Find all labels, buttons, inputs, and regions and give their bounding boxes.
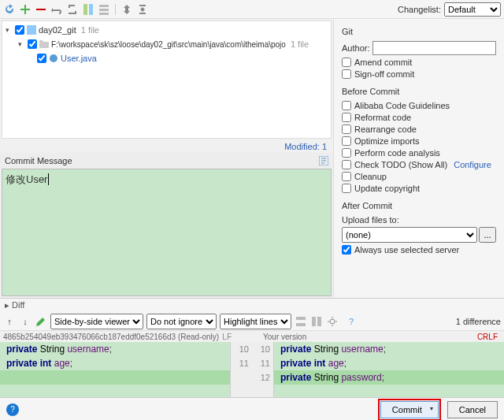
show-diff-icon[interactable] [82,3,94,16]
svg-rect-0 [36,9,46,10]
diff-right-pane[interactable]: private String username;private int age;… [274,342,504,397]
expand-icon[interactable] [120,3,133,16]
alibaba-checkbox[interactable] [342,101,351,110]
diff-hash: 4865b254049eb393476066cb187eddf0e52166d3… [3,333,219,341]
commit-message-label: Commit Message [5,156,72,165]
cancel-button[interactable]: Cancel [447,401,498,418]
module-icon [26,24,37,35]
svg-rect-10 [296,323,306,326]
svg-point-7 [50,54,57,62]
tree-count: 1 file [291,39,309,49]
diff-gutter: 1010111112 [230,342,274,397]
configure-link[interactable]: Configure [454,160,491,169]
refresh-icon[interactable] [3,3,16,16]
before-section: Before Commit [342,87,496,96]
toolbar-divider [115,4,116,15]
diff-ignore-select[interactable]: Do not ignore [146,314,217,329]
signoff-checkbox[interactable] [342,69,351,79]
tree-checkbox[interactable] [37,54,46,63]
collapse-unchanged-icon[interactable] [295,315,307,328]
file-tree[interactable]: ▾ day02_git 1 file ▾ F:\workspace\sk\sz\… [2,20,332,139]
svg-rect-6 [27,25,36,35]
chevron-down-icon[interactable]: ▾ [6,26,13,34]
commit-button[interactable]: Commit [380,401,439,418]
bottom-bar: ? Commit Cancel [0,397,504,420]
history-icon[interactable] [319,156,328,165]
tree-checkbox[interactable] [28,39,37,49]
tree-label: F:\workspace\sk\sz\loose\day02_git\src\m… [51,40,286,49]
svg-point-13 [330,319,335,324]
tree-label: User.java [61,54,97,63]
modified-count: Modified: 1 [0,140,333,153]
add-icon[interactable] [19,3,32,16]
line-ending-crlf: CRLF [477,333,501,341]
chevron-down-icon[interactable]: ▾ [18,40,26,48]
diff-toolbar: ↑ ↓ Side-by-side viewer Do not ignore Hi… [0,312,504,331]
commit-button-wrap: Commit [378,399,441,421]
todo-checkbox[interactable] [342,160,351,169]
edit-source-icon[interactable] [35,315,47,328]
svg-rect-12 [317,317,321,326]
diff-highlight-select[interactable]: Highlight lines [220,314,291,329]
svg-rect-3 [99,5,109,7]
author-label: Author: [342,43,369,53]
right-column: Git Author: Amend commit Sign-off commit… [334,19,504,298]
amend-label: Amend commit [354,58,412,67]
commit-message-input[interactable]: 修改User [2,169,332,296]
help-icon[interactable]: ? [6,403,19,416]
diff-count: 1 difference [456,317,501,326]
undo-icon[interactable] [66,3,79,16]
collapse-icon[interactable] [136,3,149,16]
copyright-checkbox[interactable] [342,184,351,193]
changelist-select[interactable]: Default [444,2,501,17]
line-ending-lf: LF [222,333,232,341]
diff-info-bar: 4865b254049eb393476066cb187eddf0e52166d3… [0,331,504,342]
tree-checkbox[interactable] [15,25,24,35]
tree-root[interactable]: ▾ day02_git 1 file [2,23,331,37]
svg-rect-1 [83,4,87,15]
rearrange-checkbox[interactable] [342,125,351,134]
left-column: ▾ day02_git 1 file ▾ F:\workspace\sk\sz\… [0,19,334,298]
tree-folder[interactable]: ▾ F:\workspace\sk\sz\loose\day02_git\src… [2,37,331,51]
help-icon[interactable]: ? [345,315,358,328]
upload-browse-button[interactable]: ... [479,227,496,243]
reformat-checkbox[interactable] [342,113,351,122]
commit-toolbar: Changelist: Default [0,0,504,19]
rollback-icon[interactable] [50,3,63,16]
diff-body: private String username;private int age;… [0,342,504,397]
after-section: After Commit [342,201,496,210]
next-diff-icon[interactable]: ↓ [19,315,32,328]
sync-scroll-icon[interactable] [310,315,323,328]
analysis-checkbox[interactable] [342,148,351,158]
settings-icon[interactable] [326,315,339,328]
tree-label: day02_git [39,25,76,35]
git-section: Git [342,27,496,36]
signoff-label: Sign-off commit [354,69,414,79]
commit-message-header: Commit Message [0,153,333,169]
svg-rect-2 [89,4,93,15]
diff-viewer-select[interactable]: Side-by-side viewer [50,314,143,329]
author-input[interactable] [372,41,496,55]
tree-file[interactable]: User.java [2,51,331,65]
amend-checkbox[interactable] [342,58,351,67]
your-version-label: Your version [263,333,306,341]
folder-icon [39,39,50,50]
changelist-label: Changelist: [398,5,441,14]
upload-label: Upload files to: [342,215,496,225]
java-file-icon [48,53,59,64]
upload-select[interactable]: (none) [342,227,477,243]
main-area: ▾ day02_git 1 file ▾ F:\workspace\sk\sz\… [0,19,504,298]
prev-diff-icon[interactable]: ↑ [3,315,16,328]
tree-count: 1 file [81,25,99,35]
svg-rect-11 [312,317,316,326]
always-checkbox[interactable] [342,245,351,255]
svg-rect-4 [99,9,109,11]
group-icon[interactable] [98,3,110,16]
svg-rect-9 [296,317,306,320]
cleanup-checkbox[interactable] [342,172,351,181]
svg-rect-5 [99,13,109,15]
diff-header[interactable]: ▸ Diff [0,298,504,312]
remove-icon[interactable] [35,3,47,16]
diff-left-pane[interactable]: private String username;private int age; [0,342,230,397]
optimize-checkbox[interactable] [342,136,351,146]
